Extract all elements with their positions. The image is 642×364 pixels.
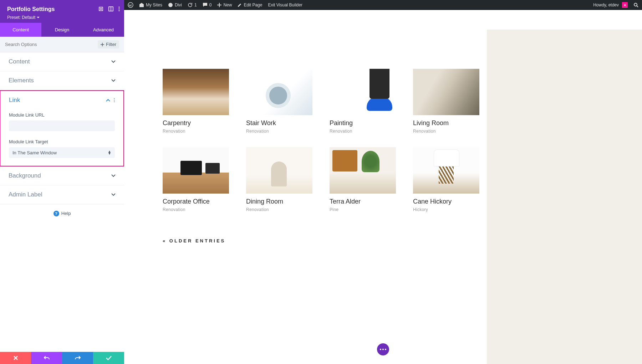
portfolio-thumbnail	[413, 147, 479, 194]
svg-point-6	[119, 10, 120, 11]
portfolio-thumbnail	[163, 69, 229, 115]
section-elements[interactable]: Elements	[0, 71, 124, 90]
my-sites-link[interactable]: My Sites	[139, 2, 162, 7]
portfolio-thumbnail	[246, 147, 312, 194]
portfolio-category: Renovation	[163, 129, 245, 134]
svg-point-5	[119, 9, 120, 10]
portfolio-thumbnail	[330, 69, 396, 115]
link-target-label: Module Link Target	[9, 139, 115, 144]
tab-design[interactable]: Design	[41, 23, 83, 37]
portfolio-category: Renovation	[330, 129, 412, 134]
svg-point-10	[128, 2, 133, 7]
panel-tabs: Content Design Advanced	[0, 23, 124, 37]
search-row: Filter	[0, 37, 124, 52]
builder-fab[interactable]	[377, 343, 389, 355]
exit-vb-link[interactable]: Exit Visual Builder	[268, 2, 302, 7]
portfolio-title: Living Room	[413, 119, 496, 127]
portfolio-title: Carpentry	[163, 119, 245, 127]
portfolio-title: Dining Room	[246, 198, 329, 205]
help-icon: ?	[54, 211, 59, 216]
tab-content[interactable]: Content	[0, 23, 41, 37]
chevron-down-icon	[111, 193, 116, 196]
portfolio-item[interactable]: Carpentry Renovation	[163, 69, 245, 134]
settings-sidebar: Portfolio Settings Preset: Default Conte…	[0, 0, 124, 364]
section-admin-label[interactable]: Admin Label	[0, 185, 124, 204]
kebab-icon[interactable]	[118, 6, 120, 11]
panel-header: Portfolio Settings Preset: Default	[0, 0, 124, 23]
search-icon[interactable]	[633, 2, 638, 7]
updates-link[interactable]: 1	[188, 2, 197, 7]
section-content[interactable]: Content	[0, 52, 124, 71]
svg-point-4	[119, 7, 120, 8]
portfolio-thumbnail	[246, 69, 312, 115]
portfolio-item[interactable]: Corporate Office Renovation	[163, 147, 245, 212]
filter-button[interactable]: Filter	[98, 40, 119, 48]
portfolio-title: Corporate Office	[163, 198, 245, 205]
section-background[interactable]: Background	[0, 166, 124, 185]
portfolio-thumbnail	[413, 69, 479, 115]
svg-point-7	[114, 98, 115, 99]
section-link-header[interactable]: Link	[0, 91, 123, 109]
portfolio-item[interactable]: Living Room Renovation	[413, 69, 496, 134]
save-button[interactable]	[93, 352, 124, 364]
portfolio-item[interactable]: Stair Work Renovation	[246, 69, 329, 134]
svg-point-8	[114, 100, 115, 101]
chevron-up-icon	[106, 99, 110, 102]
older-entries-link[interactable]: « OLDER ENTRIES	[163, 238, 225, 243]
howdy-user[interactable]: Howdy, etdev✦	[593, 2, 628, 8]
portfolio-thumbnail	[163, 147, 229, 194]
svg-rect-0	[99, 7, 103, 11]
portfolio-category: Renovation	[163, 207, 245, 212]
chevron-down-icon	[111, 79, 116, 82]
chevron-down-icon	[111, 174, 116, 177]
search-input[interactable]	[5, 42, 98, 47]
kebab-icon[interactable]	[114, 98, 115, 102]
chevron-down-icon	[111, 60, 116, 63]
layout-icon[interactable]	[108, 6, 113, 11]
svg-point-12	[634, 3, 637, 6]
portfolio-category: Hickory	[413, 207, 496, 212]
divi-link[interactable]: Divi	[168, 2, 182, 7]
portfolio-item[interactable]: Terra Alder Pine	[330, 147, 412, 212]
portfolio-category: Renovation	[246, 207, 329, 212]
cancel-button[interactable]	[0, 352, 31, 364]
portfolio-category: Renovation	[246, 129, 329, 134]
portfolio-title: Painting	[330, 119, 412, 127]
portfolio-grid: Carpentry Renovation Stair Work Renovati…	[163, 69, 496, 212]
portfolio-category: Renovation	[413, 129, 496, 134]
tab-advanced[interactable]: Advanced	[83, 23, 124, 37]
edit-page-link[interactable]: Edit Page	[238, 2, 262, 7]
svg-point-1	[100, 8, 102, 10]
section-link: Link Module Link URL Module Link Target …	[0, 90, 124, 166]
portfolio-item[interactable]: Dining Room Renovation	[246, 147, 329, 212]
portfolio-item[interactable]: Cane Hickory Hickory	[413, 147, 496, 212]
comments-link[interactable]: 0	[203, 2, 212, 7]
portfolio-title: Stair Work	[246, 119, 329, 127]
expand-icon[interactable]	[98, 6, 103, 11]
avatar: ✦	[622, 2, 628, 8]
portfolio-thumbnail	[330, 147, 396, 194]
bottom-action-bar	[0, 352, 124, 364]
link-url-input[interactable]	[9, 121, 115, 131]
new-link[interactable]: New	[217, 2, 232, 7]
portfolio-category: Pine	[330, 207, 412, 212]
portfolio-title: Terra Alder	[330, 198, 412, 205]
undo-button[interactable]	[31, 352, 62, 364]
svg-point-9	[114, 101, 115, 102]
svg-point-11	[168, 3, 173, 7]
portfolio-item[interactable]: Painting Renovation	[330, 69, 412, 134]
redo-button[interactable]	[62, 352, 93, 364]
portfolio-title: Cane Hickory	[413, 198, 496, 205]
help-link[interactable]: ?Help	[0, 204, 124, 223]
main-canvas: My Sites Divi 1 0 New Edit Page Exit Vis…	[124, 0, 642, 364]
link-url-label: Module Link URL	[9, 112, 115, 118]
wp-logo-icon[interactable]	[128, 2, 133, 8]
wp-admin-bar: My Sites Divi 1 0 New Edit Page Exit Vis…	[124, 0, 642, 10]
preset-dropdown[interactable]: Preset: Default	[7, 15, 40, 20]
link-target-select[interactable]	[9, 147, 115, 158]
background-block	[487, 30, 642, 364]
